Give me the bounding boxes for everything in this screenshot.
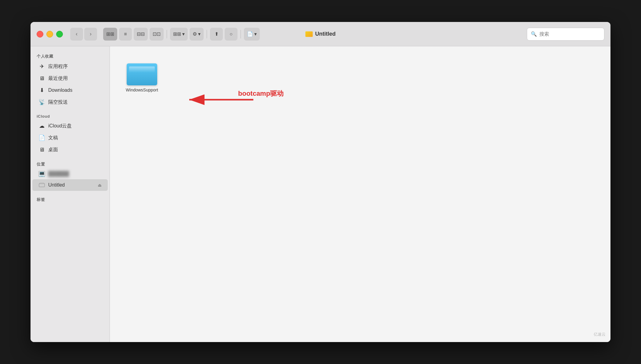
folder-body	[127, 63, 157, 85]
toolbar-center: ⊞⊞ ≡ ⊟⊟ ⊡⊡ ⊞⊞ ▾ ⚙ ▾ ⬆	[103, 28, 260, 41]
sidebar-label-untitled: Untitled	[48, 182, 65, 188]
list-icon: ≡	[124, 31, 127, 37]
grid-icon: ⊞⊞	[106, 31, 114, 37]
sidebar-item-documents[interactable]: 📄 文稿	[32, 132, 108, 144]
annotation-text: bootcamp驱动	[238, 89, 284, 98]
search-icon: 🔍	[531, 31, 537, 37]
sidebar-item-macintosh-hd[interactable]: 💻 ██████	[32, 169, 108, 179]
sidebar-item-downloads[interactable]: ⬇ Downloads	[32, 84, 108, 96]
title-bar: ‹ › ⊞⊞ ≡ ⊟⊟ ⊡⊡ ⊞⊞ ▾	[31, 22, 610, 46]
folder-name-windows-support: WindowsSupport	[126, 87, 158, 93]
sidebar-label-airdrop: 隔空投送	[48, 99, 68, 105]
maximize-button[interactable]	[56, 31, 63, 37]
sidebar-label-documents: 文稿	[48, 135, 58, 141]
icloud-icon: ☁	[38, 123, 45, 129]
gear-icon: ⚙	[193, 31, 197, 37]
folder-icon-windows-support	[127, 61, 157, 85]
downloads-icon: ⬇	[38, 87, 45, 94]
info-button[interactable]: 📄 ▾	[244, 28, 260, 41]
back-button[interactable]: ‹	[70, 28, 83, 41]
info-chevron: ▾	[254, 31, 257, 37]
forward-icon: ›	[90, 31, 92, 37]
locations-header: 位置	[31, 159, 110, 168]
group-icon: ⊞⊞	[173, 31, 181, 37]
annotation: bootcamp驱动	[171, 83, 263, 115]
svg-rect-0	[39, 184, 45, 187]
tag-button[interactable]: ○	[225, 28, 237, 41]
arrow-svg	[171, 83, 263, 113]
sidebar-label-applications: 应用程序	[48, 63, 68, 70]
nav-buttons: ‹ ›	[70, 28, 97, 41]
watermark: 亿速云	[594, 332, 606, 337]
back-icon: ‹	[76, 31, 78, 37]
toolbar-divider-1	[167, 30, 167, 38]
svg-rect-1	[40, 183, 44, 184]
sidebar-label-downloads: Downloads	[48, 87, 72, 93]
sidebar-label-hd: ██████	[48, 171, 69, 177]
info-icon: 📄	[247, 31, 253, 37]
sidebar-item-icloud-drive[interactable]: ☁ iCloud云盘	[32, 120, 108, 132]
title-text: Untitled	[315, 31, 336, 37]
window-title: Untitled	[306, 31, 336, 37]
favorites-header: 个人收藏	[31, 51, 110, 60]
search-input[interactable]	[539, 31, 600, 37]
tags-header: 标签	[31, 194, 110, 204]
toolbar-divider-2	[207, 30, 207, 38]
minimize-button[interactable]	[46, 31, 53, 37]
view-column-button[interactable]: ⊟⊟	[134, 28, 148, 41]
drive-icon-hd: 💻	[38, 171, 45, 177]
main-content: 个人收藏 ✈ 应用程序 🖥 最近使用 ⬇ Downloads 📡 隔空投送 iC…	[31, 46, 610, 342]
drive-icon-untitled	[38, 182, 45, 188]
applications-icon: ✈	[38, 63, 45, 70]
share-button[interactable]: ⬆	[210, 28, 223, 41]
sidebar-item-desktop[interactable]: 🖥 桌面	[32, 144, 108, 155]
forward-button[interactable]: ›	[84, 28, 97, 41]
sidebar-label-desktop: 桌面	[48, 147, 58, 153]
group-chevron: ▾	[182, 31, 185, 37]
sidebar-item-applications[interactable]: ✈ 应用程序	[32, 61, 108, 72]
desktop-icon: 🖥	[38, 146, 45, 153]
action-chevron: ▾	[198, 31, 201, 37]
view-grid-button[interactable]: ⊞⊞	[103, 28, 117, 41]
search-box[interactable]: 🔍	[527, 28, 604, 41]
folder-shine	[129, 66, 155, 73]
eject-button[interactable]: ⏏	[98, 183, 102, 187]
close-button[interactable]	[37, 31, 43, 37]
action-button[interactable]: ⚙ ▾	[190, 28, 204, 41]
sidebar-item-airdrop[interactable]: 📡 隔空投送	[32, 96, 108, 108]
column-icon: ⊟⊟	[137, 31, 145, 37]
sidebar-item-untitled[interactable]: Untitled ⏏	[32, 179, 108, 191]
documents-icon: 📄	[38, 134, 45, 141]
drive-svg	[39, 183, 45, 187]
airdrop-icon: 📡	[38, 99, 45, 105]
view-list-button[interactable]: ≡	[119, 28, 132, 41]
recents-icon: 🖥	[38, 75, 45, 82]
sidebar-label-icloud: iCloud云盘	[48, 123, 72, 129]
sidebar-item-recents[interactable]: 🖥 最近使用	[32, 73, 108, 84]
finder-window: ‹ › ⊞⊞ ≡ ⊟⊟ ⊡⊡ ⊞⊞ ▾	[31, 22, 610, 342]
file-area[interactable]: WindowsSupport bootcamp驱动 亿速云	[110, 46, 610, 342]
sidebar-label-recents: 最近使用	[48, 75, 68, 82]
icloud-header: iCloud	[31, 112, 110, 120]
tag-icon: ○	[230, 31, 233, 37]
group-button[interactable]: ⊞⊞ ▾	[170, 28, 188, 41]
sidebar: 个人收藏 ✈ 应用程序 🖥 最近使用 ⬇ Downloads 📡 隔空投送 iC…	[31, 46, 110, 342]
folder-item-windows-support[interactable]: WindowsSupport	[122, 59, 162, 95]
share-icon: ⬆	[215, 31, 219, 37]
traffic-lights	[37, 31, 63, 37]
toolbar-divider-3	[241, 30, 241, 38]
view-gallery-button[interactable]: ⊡⊡	[150, 28, 164, 41]
title-folder-icon	[306, 31, 313, 37]
gallery-icon: ⊡⊡	[153, 31, 161, 37]
